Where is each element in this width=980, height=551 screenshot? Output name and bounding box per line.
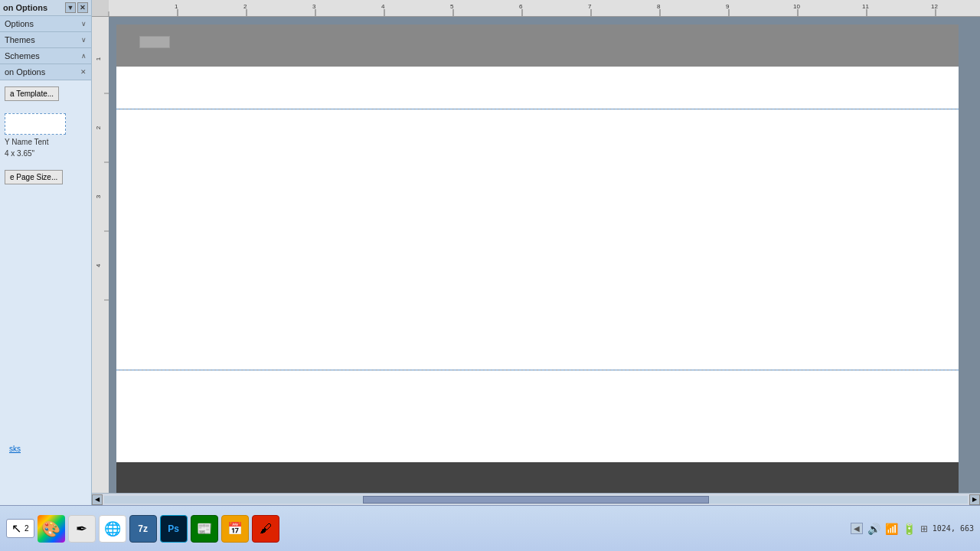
svg-text:9: 9 (726, 3, 730, 10)
page-white-1 (116, 67, 959, 109)
section-pub-label: on Options (5, 67, 45, 77)
section-themes[interactable]: Themes ∨ (0, 32, 91, 48)
main-canvas-area: 1 2 3 4 5 6 7 8 9 10 11 12 1 2 3 4 (92, 0, 980, 505)
svg-text:5: 5 (450, 3, 454, 10)
system-tray: ◀ 🔊 📶 🔋 ⊞ 1024, 663 (851, 523, 974, 535)
tray-misc-1[interactable]: ⊞ (920, 523, 928, 534)
taskbar: ↖ 2 🎨 ✒ 🌐 7z Ps 📰 📅 🖌 ◀ 🔊 📶 🔋 ⊞ (0, 505, 980, 551)
canvas-area[interactable] (109, 17, 980, 505)
svg-text:12: 12 (931, 3, 938, 10)
scroll-right-btn[interactable]: ▶ (969, 494, 980, 505)
page-white-3 (116, 370, 959, 462)
svg-text:10: 10 (793, 3, 800, 10)
svg-rect-27 (92, 17, 109, 505)
taskbar-7zip-icon[interactable]: 7z (129, 515, 157, 543)
taskbar-active-item[interactable]: ↖ 2 (6, 519, 34, 538)
svg-text:2: 2 (95, 126, 102, 129)
active-item-number: 2 (24, 524, 29, 533)
pub-options-content: a Template... Y Name Tent 4 x 3.65" e Pa… (0, 80, 91, 191)
svg-text:1: 1 (175, 3, 178, 10)
taskbar-paint-icon[interactable]: 🎨 (38, 515, 65, 543)
svg-text:4: 4 (381, 3, 385, 10)
tent-size-label: 4 x 3.65" (5, 149, 87, 158)
ruler-left: 1 2 3 4 (92, 17, 109, 505)
tent-name-label: Y Name Tent (5, 138, 87, 146)
svg-rect-0 (92, 0, 980, 17)
tasks-area: sks (0, 439, 91, 459)
chevron-options: ∨ (81, 20, 87, 28)
svg-text:6: 6 (519, 3, 523, 10)
panel-title-label: on Options (3, 3, 47, 12)
panel-title-bar: on Options ▼ ✕ (0, 0, 91, 16)
panel-collapse-btn[interactable]: ▼ (65, 2, 76, 13)
svg-text:1: 1 (95, 57, 102, 60)
taskbar-publisher-icon[interactable]: 📰 (191, 515, 218, 543)
section-options[interactable]: Options ∨ (0, 16, 91, 32)
scroll-track[interactable] (104, 496, 968, 504)
scroll-left-btn[interactable]: ◀ (92, 494, 103, 505)
cursor-position: 1024, 663 (933, 524, 974, 533)
section-pub-options[interactable]: on Options ✕ (0, 64, 91, 80)
page-top-bar (116, 24, 959, 67)
template-button[interactable]: a Template... (5, 86, 59, 101)
svg-text:2: 2 (243, 3, 247, 10)
taskbar-chrome-icon[interactable]: 🌐 (99, 515, 126, 543)
section-themes-label: Themes (5, 35, 35, 44)
section-schemes-label: Schemes (5, 51, 40, 60)
tasks-link[interactable]: sks (5, 442, 87, 456)
panel-controls: ▼ ✕ (65, 2, 88, 13)
taskbar-pen-icon[interactable]: ✒ (68, 515, 96, 543)
page-white-2 (116, 109, 959, 370)
page-container (109, 17, 980, 505)
svg-rect-1 (92, 0, 109, 17)
active-item-cursor-icon: ↖ (11, 521, 21, 536)
taskbar-paint2-icon[interactable]: 🖌 (252, 515, 279, 543)
svg-text:8: 8 (657, 3, 661, 10)
scroll-thumb[interactable] (363, 496, 708, 504)
taskbar-calendar-icon[interactable]: 📅 (221, 515, 249, 543)
tray-show-btn[interactable]: ◀ (851, 523, 863, 534)
page-size-button[interactable]: e Page Size... (5, 170, 63, 184)
label-area (139, 36, 170, 48)
svg-text:3: 3 (312, 3, 316, 10)
section-options-label: Options (5, 19, 34, 28)
horizontal-scrollbar: ◀ ▶ (92, 493, 980, 505)
left-panel: on Options ▼ ✕ Options ∨ Themes ∨ Scheme… (0, 0, 92, 505)
panel-close-btn[interactable]: ✕ (77, 2, 88, 13)
section-schemes[interactable]: Schemes ∧ (0, 48, 91, 64)
chevron-pub: ✕ (80, 68, 87, 76)
ruler-top: 1 2 3 4 5 6 7 8 9 10 11 12 (92, 0, 980, 17)
tray-network-icon[interactable]: 📶 (885, 523, 898, 535)
svg-text:4: 4 (95, 263, 102, 267)
svg-text:3: 3 (95, 194, 102, 198)
taskbar-photoshop-icon[interactable]: Ps (160, 515, 188, 543)
chevron-themes: ∨ (81, 36, 87, 44)
svg-text:11: 11 (862, 3, 869, 10)
text-input-box[interactable] (5, 113, 66, 135)
tray-volume-icon[interactable]: 🔊 (867, 523, 880, 535)
svg-text:7: 7 (588, 3, 592, 10)
chevron-schemes: ∧ (81, 52, 87, 60)
tray-battery-icon[interactable]: 🔋 (903, 523, 916, 535)
